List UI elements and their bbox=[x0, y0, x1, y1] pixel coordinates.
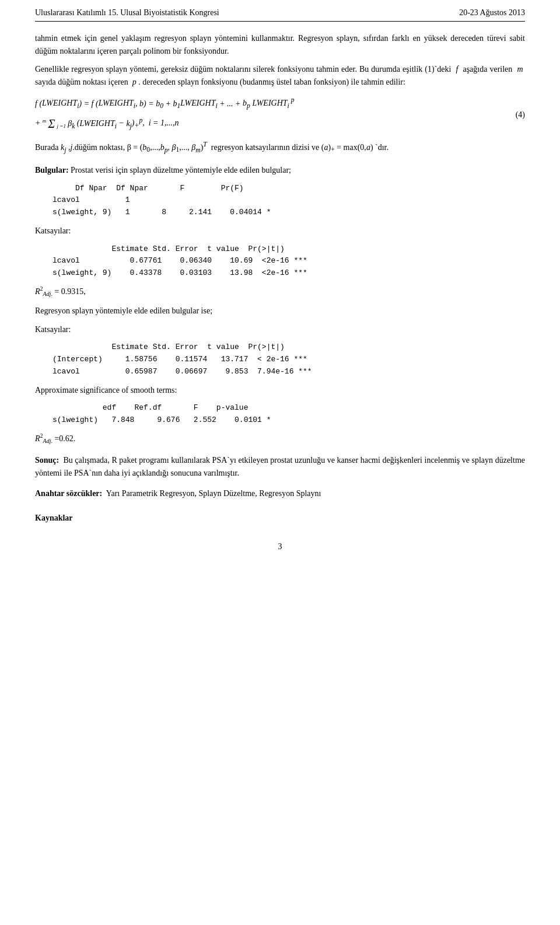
formula-number: (4) bbox=[508, 95, 525, 135]
bulgular-text: Prostat verisi için splayn düzeltme yönt… bbox=[71, 166, 291, 174]
page: Uluslararası Katılımlı 15. Ulusal Biyois… bbox=[0, 0, 560, 925]
regresyon-text: Regresyon splayn yöntemiyle elde edilen … bbox=[35, 305, 525, 317]
bulgular-paragraph: Bulgular: Prostat verisi için splayn düz… bbox=[35, 164, 525, 177]
paragraph-2: Genellikle regresyon splayn yöntemi, ger… bbox=[35, 63, 525, 88]
header-right: 20-23 Ağustos 2013 bbox=[459, 8, 525, 18]
kaynaklar-heading: Kaynaklar bbox=[35, 512, 525, 525]
header-left: Uluslararası Katılımlı 15. Ulusal Biyois… bbox=[35, 8, 219, 18]
approximate-heading: Approximate significance of smooth terms… bbox=[35, 384, 525, 397]
bulgular-heading: Bulgular: bbox=[35, 166, 69, 174]
sonuc-text: Bu çalışmada, R paket programı kullanıla… bbox=[35, 456, 525, 477]
katsayilar1-label: Katsayılar: bbox=[35, 225, 525, 238]
sonuc-paragraph: Sonuç: Bu çalışmada, R paket programı ku… bbox=[35, 454, 525, 479]
page-header: Uluslararası Katılımlı 15. Ulusal Biyois… bbox=[35, 0, 525, 22]
paragraph-1: tahmin etmek için genel yaklaşım regresy… bbox=[35, 32, 525, 57]
sonuc-heading: Sonuç: bbox=[35, 456, 59, 465]
katsayilar2-label: Katsayılar: bbox=[35, 323, 525, 336]
katsayilar1-table: Estimate Std. Error t value Pr(>|t|) lca… bbox=[52, 243, 525, 280]
formula-4: f (LWEIGHTi) = f (LWEIGHTi, b) = b0 + b1… bbox=[35, 95, 525, 135]
table-df-npar: Df Npar Df Npar F Pr(F) lcavol 1 s(lweig… bbox=[52, 183, 525, 219]
smooth-table: edf Ref.df F p-value s(lweight) 7.848 9.… bbox=[52, 402, 525, 427]
r2-adj-1: R2Adj. = 0.9315, bbox=[35, 284, 525, 299]
burada-text: Burada kj ,j.düğüm noktası, β = (b0,...,… bbox=[35, 139, 525, 156]
anahtar-paragraph: Anahtar sözcükler: Yarı Parametrik Regre… bbox=[35, 487, 525, 500]
r2-adj-2: R2Adj. =0.62. bbox=[35, 431, 525, 446]
anahtar-heading: Anahtar sözcükler: bbox=[35, 489, 102, 498]
katsayilar2-table: Estimate Std. Error t value Pr(>|t|) (In… bbox=[52, 341, 525, 378]
anahtar-text: Yarı Parametrik Regresyon, Splayn Düzelt… bbox=[106, 489, 321, 498]
page-number: 3 bbox=[35, 542, 525, 551]
